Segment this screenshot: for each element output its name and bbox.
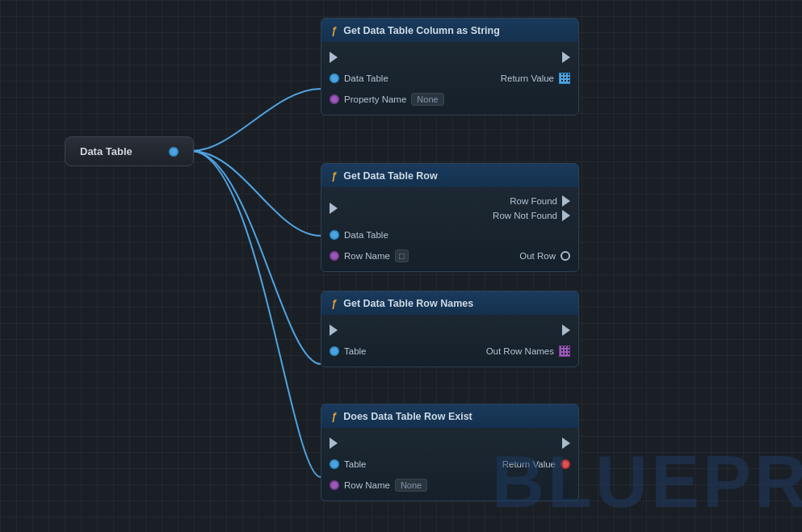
- exec-row-1: [321, 47, 578, 68]
- return-value-label-2: Return Value: [502, 459, 556, 469]
- node-row-exist: ƒ Does Data Table Row Exist Table Return…: [321, 404, 579, 501]
- node-title-get-row: Get Data Table Row: [343, 170, 437, 182]
- property-name-row: Property Name None: [321, 89, 578, 110]
- node-body-row-names: Table Out Row Names: [321, 315, 578, 367]
- row-name-row: Row Name □ Out Row: [321, 245, 578, 266]
- data-table-label: Data Table: [80, 145, 132, 157]
- row-name-value-2[interactable]: None: [395, 479, 427, 492]
- table-label: Table: [344, 346, 367, 356]
- data-table-pin-label: Data Table: [344, 73, 388, 83]
- node-title-col-as-string: Get Data Table Column as String: [343, 25, 500, 36]
- node-header-row-names: ƒ Get Data Table Row Names: [321, 291, 578, 315]
- node-header-col-as-string: ƒ Get Data Table Column as String: [321, 19, 578, 42]
- exec-pin-in-2[interactable]: [330, 203, 338, 214]
- return-value-pin[interactable]: [559, 73, 570, 84]
- exec-row-2: Row Found Row Not Found: [321, 192, 578, 224]
- node-header-row-exist: ƒ Does Data Table Row Exist: [321, 404, 578, 428]
- row-found-pin[interactable]: [562, 195, 570, 207]
- row-name-label: Row Name: [344, 251, 390, 261]
- exec-pin-out-3[interactable]: [562, 325, 570, 336]
- data-table-pin-label-2: Data Table: [344, 230, 388, 240]
- out-row-names-pin[interactable]: [559, 346, 570, 357]
- func-icon: ƒ: [331, 24, 337, 36]
- node-col-as-string: ƒ Get Data Table Column as String Data T…: [321, 18, 579, 115]
- exec-pin-out-4[interactable]: [562, 438, 570, 449]
- node-get-row: ƒ Get Data Table Row Row Found Row Not F…: [321, 163, 579, 272]
- return-value-label: Return Value: [501, 73, 554, 83]
- node-body-get-row: Row Found Row Not Found Data Table Row N…: [321, 187, 578, 271]
- row-name-row-exist: Row Name None: [321, 475, 578, 496]
- row-name-label-2: Row Name: [344, 480, 390, 490]
- node-title-row-exist: Does Data Table Row Exist: [343, 411, 472, 422]
- row-found-label: Row Found: [510, 196, 557, 206]
- property-name-label: Property Name: [344, 94, 406, 104]
- node-header-get-row: ƒ Get Data Table Row: [321, 164, 578, 187]
- out-row-names-label: Out Row Names: [486, 346, 554, 356]
- data-table-row-2: Data Table: [321, 224, 578, 245]
- node-row-names: ƒ Get Data Table Row Names Table Out Row…: [321, 291, 579, 367]
- data-table-row-1: Data Table Return Value: [321, 68, 578, 89]
- func-icon-3: ƒ: [331, 297, 337, 309]
- row-not-found-label: Row Not Found: [493, 211, 557, 220]
- exec-row-4: [321, 433, 578, 454]
- exec-pin-in-3[interactable]: [330, 325, 338, 336]
- exec-row-3: [321, 320, 578, 341]
- property-name-pin[interactable]: [330, 94, 339, 104]
- exec-pin-out[interactable]: [562, 52, 570, 63]
- node-body-col-as-string: Data Table Return Value Property Name No…: [321, 42, 578, 115]
- table-label-2: Table: [344, 459, 367, 469]
- table-row-names: Table Out Row Names: [321, 341, 578, 362]
- row-name-value[interactable]: □: [395, 249, 409, 262]
- func-icon-2: ƒ: [331, 170, 337, 182]
- data-table-output-pin[interactable]: [169, 147, 178, 157]
- row-not-found-pin[interactable]: [562, 210, 570, 221]
- out-row-pin[interactable]: [561, 251, 570, 261]
- exec-pin-in-4[interactable]: [330, 438, 338, 449]
- data-table-input-pin[interactable]: [330, 73, 339, 83]
- return-value-pin-2[interactable]: [561, 459, 570, 469]
- node-body-row-exist: Table Return Value Row Name None: [321, 428, 578, 501]
- out-row-label: Out Row: [519, 251, 556, 261]
- property-name-value[interactable]: None: [411, 93, 443, 106]
- exec-pin-in[interactable]: [330, 52, 338, 63]
- table-input-pin-2[interactable]: [330, 459, 339, 469]
- data-table-node: Data Table: [65, 136, 194, 166]
- table-input-pin[interactable]: [330, 346, 339, 356]
- node-title-row-names: Get Data Table Row Names: [343, 298, 473, 309]
- table-row-exist: Table Return Value: [321, 454, 578, 475]
- func-icon-4: ƒ: [331, 410, 337, 422]
- row-name-pin[interactable]: [330, 251, 339, 261]
- data-table-input-pin-2[interactable]: [330, 230, 339, 240]
- row-name-pin-2[interactable]: [330, 480, 339, 490]
